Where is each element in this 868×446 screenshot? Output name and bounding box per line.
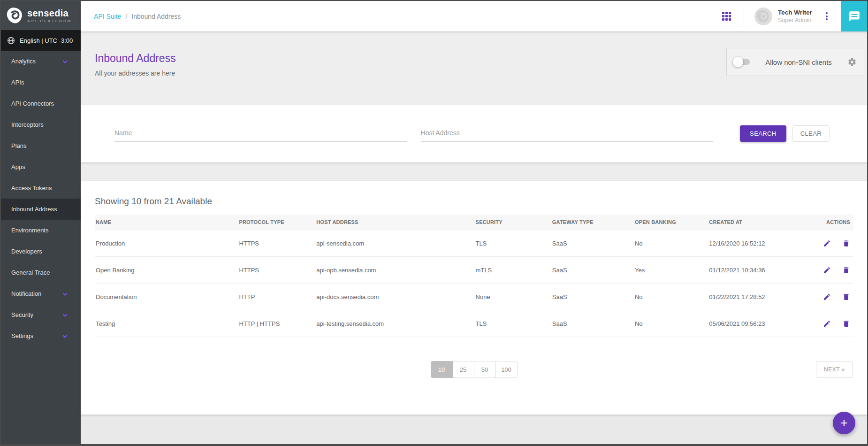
table-row: Documentation HTTP api-docs.sensedia.com… [95,284,853,310]
clear-button[interactable]: CLEAR [792,125,830,142]
sidebar-item-apis[interactable]: APIs [1,72,81,93]
delete-button[interactable] [842,239,850,247]
sidebar-item-label: Environments [11,227,48,234]
results-summary: Showing 10 from 21 Available [95,181,853,207]
allow-non-sni-toggle[interactable] [734,59,750,65]
sidebar-item-label: Apps [11,163,25,170]
sidebar-item-plans[interactable]: Plans [1,135,81,156]
table-row: Testing HTTP | HTTPS api-testing.sensedi… [95,310,853,337]
topbar: API Suite / Inbound Address Tech Writer … [81,1,867,31]
table-row: Production HTTPS api-sensedia.com TLS Sa… [95,230,853,257]
host-address-input[interactable] [421,126,713,142]
sidebar-item-label: Security [11,311,33,318]
edit-button[interactable] [823,266,831,274]
name-field-wrap [114,126,407,142]
sidebar-item-notification[interactable]: Notification [1,283,81,304]
toggle-knob [733,57,743,67]
sidebar-item-security[interactable]: Security [1,304,81,325]
col-gateway-type: GATEWAY TYPE [551,215,634,230]
main-area: API Suite / Inbound Address Tech Writer … [81,1,867,444]
delete-button[interactable] [842,266,850,274]
page-size-100[interactable]: 100 [495,361,518,378]
cell-open-banking: No [634,310,708,337]
edit-icon [823,293,831,301]
breadcrumb-link-api-suite[interactable]: API Suite [94,13,121,20]
pagination: 10 25 50 100 NEXT » [95,361,853,378]
kebab-menu-icon[interactable] [826,11,828,22]
edit-icon [823,239,831,247]
brand-tagline: API PLATFORM [27,19,72,23]
cell-created-at: 01/12/2021 10:34:36 [708,257,810,284]
page-size-25[interactable]: 25 [452,361,474,378]
topbar-divider [744,7,744,26]
app-window: sensedia API PLATFORM English | UTC -3:0… [0,0,868,446]
avatar[interactable] [754,8,772,25]
page-header: Inbound Address All your addresses are h… [81,31,867,105]
cell-created-at: 05/06/2021 09:56:23 [708,310,810,337]
sidebar-item-label: Settings [11,332,33,339]
page-size-group: 10 25 50 100 [431,361,518,378]
user-name: Tech Writer [778,9,812,16]
sidebar-nav: Analytics APIs API Connectors Intercepto… [1,51,81,444]
brand-name: sensedia [27,8,72,18]
gear-icon[interactable] [847,57,857,67]
add-inbound-address-button[interactable]: + [833,412,855,434]
cell-gateway: SaaS [551,257,634,284]
sidebar-item-access-tokens[interactable]: Access Tokens [1,177,81,199]
next-page-button[interactable]: NEXT » [816,361,853,378]
sidebar-item-apps[interactable]: Apps [1,156,81,177]
sidebar-item-label: Developers [11,248,42,255]
sidebar-item-developers[interactable]: Developers [1,241,81,262]
cell-security: mTLS [475,257,551,284]
breadcrumb-current: Inbound Address [131,13,181,20]
col-host-address: HOST ADDRESS [315,215,474,230]
cell-gateway: SaaS [551,310,634,337]
chat-button[interactable] [841,1,867,31]
edit-button[interactable] [823,239,831,247]
sidebar-item-inbound-address[interactable]: Inbound Address [1,199,81,220]
chevron-down-icon [63,333,68,338]
sidebar-item-api-connectors[interactable]: API Connectors [1,93,81,114]
sidebar-item-environments[interactable]: Environments [1,220,81,241]
sidebar-item-analytics[interactable]: Analytics [1,51,81,72]
locale-selector[interactable]: English | UTC -3:00 [1,30,81,51]
edit-icon [823,266,831,274]
breadcrumb: API Suite / Inbound Address [81,13,181,20]
sidebar-item-label: APIs [11,79,24,86]
search-bar: SEARCH CLEAR [81,105,867,162]
app-launcher-icon[interactable] [722,12,731,21]
page-size-50[interactable]: 50 [474,361,496,378]
section-divider [81,162,867,181]
delete-button[interactable] [842,293,850,301]
cell-name: Testing [95,310,238,337]
cell-protocol: HTTPS [238,257,315,284]
avatar-logo-icon [756,9,770,23]
chat-icon [848,10,860,23]
cell-gateway: SaaS [551,284,634,310]
col-actions: ACTIONS [810,215,853,230]
sidebar-item-settings[interactable]: Settings [1,325,81,346]
sidebar-item-general-trace[interactable]: General Trace [1,262,81,283]
page-size-10[interactable]: 10 [431,361,453,378]
chevron-down-icon [63,312,68,317]
col-name: NAME [95,215,238,230]
sidebar-item-label: API Connectors [11,100,54,107]
sidebar-item-interceptors[interactable]: Interceptors [1,114,81,135]
chevron-down-icon [63,291,68,296]
name-input[interactable] [114,126,407,142]
allow-non-sni-label: Allow non-SNI clients [750,58,847,66]
cell-open-banking: No [634,284,708,310]
results-section: Showing 10 from 21 Available NAME PROTOC… [81,181,867,415]
delete-button[interactable] [842,320,850,328]
search-actions: SEARCH CLEAR [740,125,830,142]
edit-button[interactable] [823,293,831,301]
user-block: Tech Writer Super Admin [778,9,812,24]
allow-non-sni-card: Allow non-SNI clients [726,48,864,76]
edit-button[interactable] [823,320,831,328]
sidebar-item-label: Inbound Address [11,206,57,213]
search-button[interactable]: SEARCH [740,125,786,142]
sidebar-item-label: Interceptors [11,121,44,128]
cell-created-at: 01/22/2021 17:28:52 [708,284,810,310]
table-row: Open Banking HTTPS api-opb.sensedia.com … [95,257,853,284]
sidebar-item-label: General Trace [11,269,50,276]
